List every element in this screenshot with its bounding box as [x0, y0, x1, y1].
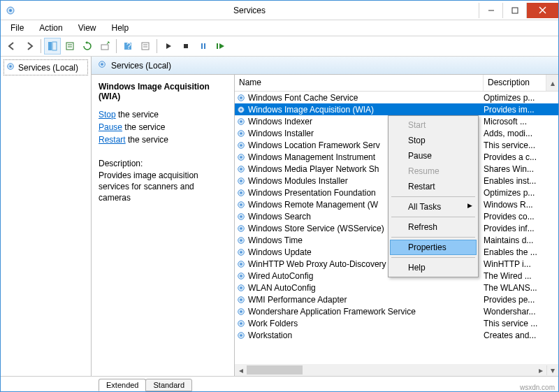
export-button[interactable]	[96, 38, 113, 55]
svg-rect-6	[48, 42, 52, 50]
service-icon	[236, 117, 246, 126]
detail-body: Windows Image Acquisition (WIA) Stop the…	[92, 75, 558, 376]
svg-point-45	[240, 215, 242, 218]
ctx-properties[interactable]: Properties	[390, 240, 477, 255]
link-suffix: the service	[116, 110, 159, 119]
stop-link[interactable]: Stop	[99, 110, 116, 119]
scrollbar-track[interactable]	[247, 364, 535, 376]
scroll-down-button[interactable]: ▾	[546, 365, 558, 375]
show-hide-tree-button[interactable]	[44, 38, 61, 55]
ctx-all-tasks[interactable]: All Tasks▶	[390, 199, 477, 215]
tab-standard[interactable]: Standard	[145, 379, 192, 391]
start-service-button[interactable]	[160, 38, 177, 55]
service-name: WLAN AutoConfig	[248, 283, 484, 293]
svg-point-33	[240, 144, 242, 147]
service-desc: This service...	[484, 140, 546, 150]
svg-rect-19	[204, 43, 205, 49]
svg-point-1	[9, 9, 12, 12]
back-button[interactable]	[3, 38, 20, 55]
service-icon	[236, 283, 246, 293]
help-button[interactable]: ?	[119, 38, 136, 55]
tree-root-label: Services (Local)	[18, 63, 78, 73]
tab-extended[interactable]: Extended	[99, 379, 146, 391]
restart-service-button[interactable]	[212, 38, 229, 55]
svg-rect-11	[101, 45, 108, 50]
forward-button[interactable]	[21, 38, 38, 55]
maximize-button[interactable]	[502, 3, 526, 18]
svg-point-21	[9, 65, 12, 68]
service-icon	[236, 140, 246, 150]
menu-file[interactable]: File	[3, 22, 31, 34]
service-desc: Wondershar...	[484, 307, 546, 317]
service-desc: Adds, modi...	[484, 129, 546, 138]
view-tabs: Extended Standard	[1, 376, 558, 391]
close-button[interactable]	[526, 3, 558, 18]
list-header: Name Description ▴	[235, 75, 558, 92]
refresh-button[interactable]	[79, 38, 96, 55]
service-desc: Optimizes p...	[484, 188, 546, 198]
service-name: Workstation	[248, 331, 484, 340]
service-row[interactable]: WLAN AutoConfigThe WLANS...	[235, 282, 558, 293]
menu-help[interactable]: Help	[105, 22, 136, 34]
service-name: Work Folders	[248, 319, 484, 328]
svg-point-47	[240, 227, 242, 230]
svg-point-31	[240, 132, 242, 135]
stop-service-button[interactable]	[177, 38, 194, 55]
service-name: Windows Font Cache Service	[248, 93, 484, 103]
service-row[interactable]: Work FoldersThis service ...	[235, 317, 558, 329]
svg-rect-7	[52, 42, 57, 50]
ctx-resume: Resume	[390, 164, 477, 179]
menu-bar: File Action View Help	[1, 20, 558, 36]
minimize-button[interactable]	[479, 3, 502, 18]
service-row[interactable]: Windows Image Acquisition (WIA)Provides …	[235, 103, 558, 115]
title-bar: Services	[1, 1, 558, 20]
service-row[interactable]: WorkstationCreates and...	[235, 329, 558, 341]
properties-button[interactable]	[137, 38, 154, 55]
column-description[interactable]: Description	[484, 75, 546, 91]
svg-point-27	[240, 108, 242, 111]
service-desc: The WLANS...	[484, 283, 546, 293]
export-list-button[interactable]	[61, 38, 78, 55]
ctx-restart[interactable]: Restart	[390, 179, 477, 194]
horizontal-scrollbar[interactable]: ◂ ▸ ▾	[235, 364, 558, 376]
service-desc: Optimizes p...	[484, 93, 546, 103]
svg-point-39	[240, 180, 242, 182]
tree-root-item[interactable]: Services (Local)	[3, 59, 88, 75]
context-menu: StartStopPauseResumeRestartAll Tasks▶Ref…	[388, 115, 479, 277]
scroll-right-button[interactable]: ▸	[535, 365, 546, 375]
toolbar-sep	[41, 39, 41, 53]
console-tree: Services (Local)	[1, 57, 92, 376]
service-icon	[236, 188, 246, 198]
svg-point-49	[240, 239, 242, 242]
service-desc: Provides im...	[484, 105, 546, 115]
menu-action[interactable]: Action	[32, 22, 69, 34]
menu-view[interactable]: View	[71, 22, 103, 34]
restart-link[interactable]: Restart	[99, 135, 126, 145]
watermark: wsxdn.com	[520, 384, 555, 391]
service-icon	[236, 307, 246, 317]
pause-link[interactable]: Pause	[99, 122, 122, 132]
svg-text:?: ?	[126, 41, 131, 51]
ctx-stop[interactable]: Stop	[390, 133, 477, 148]
service-name: Windows Image Acquisition (WIA)	[248, 105, 484, 115]
pause-service-button[interactable]	[195, 38, 212, 55]
svg-point-37	[240, 168, 242, 170]
menu-separator	[391, 257, 475, 258]
ctx-refresh[interactable]: Refresh	[390, 219, 477, 235]
scroll-left-button[interactable]: ◂	[235, 365, 247, 375]
ctx-pause[interactable]: Pause	[390, 148, 477, 164]
service-row[interactable]: Windows Font Cache ServiceOptimizes p...	[235, 92, 558, 103]
service-icon	[236, 319, 246, 328]
scroll-up-button[interactable]: ▴	[546, 75, 558, 91]
ctx-help[interactable]: Help	[390, 260, 477, 275]
scrollbar-thumb[interactable]	[247, 365, 303, 375]
service-row[interactable]: WMI Performance AdapterProvides pe...	[235, 293, 558, 305]
svg-point-25	[240, 96, 242, 99]
ctx-start: Start	[390, 117, 477, 133]
service-desc: The Wired ...	[484, 271, 546, 281]
service-desc: Provides pe...	[484, 295, 546, 305]
menu-separator	[391, 217, 475, 217]
service-row[interactable]: Wondershare Application Framework Servic…	[235, 305, 558, 317]
svg-point-41	[240, 191, 242, 194]
column-name[interactable]: Name	[235, 75, 484, 91]
